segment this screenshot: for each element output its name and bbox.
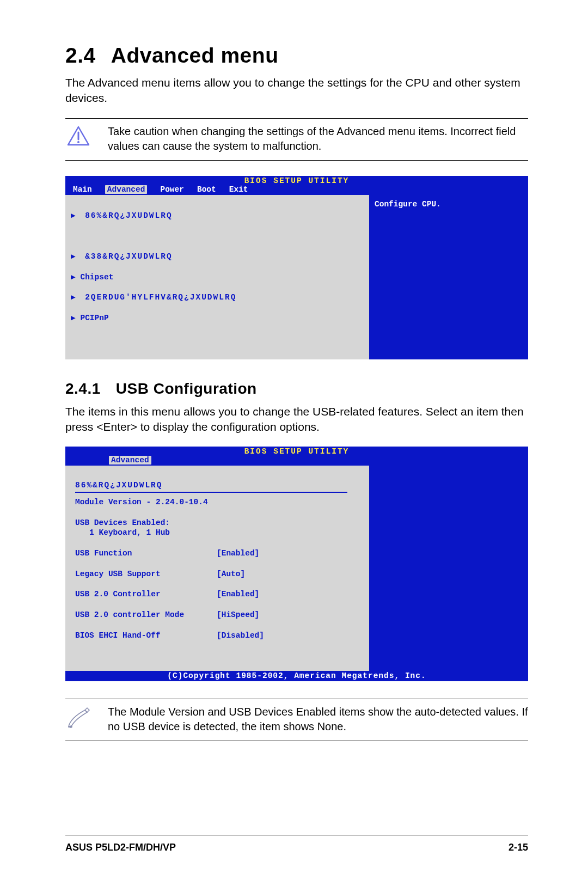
tab-advanced[interactable]: Advanced — [109, 456, 151, 465]
caution-icon — [65, 124, 91, 147]
info-line: USB Devices Enabled: — [75, 518, 170, 527]
setting-value: [Enabled] — [217, 548, 259, 559]
setting-value: [Auto] — [217, 569, 245, 579]
setting-value: [HiSpeed] — [217, 610, 259, 620]
setting-label: BIOS EHCI Hand-Off — [75, 631, 217, 641]
menu-arrow-icon — [71, 293, 85, 302]
note-text: The Module Version and USB Devices Enabl… — [108, 705, 528, 734]
bios-advanced-menu: BIOS SETUP UTILITY Main Advanced Power B… — [65, 176, 528, 359]
setting-row[interactable]: Legacy USB Support[Auto] — [75, 569, 362, 579]
menu-item[interactable]: PCIPnP — [80, 314, 108, 322]
caution-text: Take caution when changing the settings … — [108, 124, 528, 154]
bios2-section-label: 86%&RQ¿JXUDWLRQ — [75, 480, 347, 493]
setting-label: USB 2.0 controller Mode — [75, 610, 217, 620]
bios2-content: 86%&RQ¿JXUDWLRQ Module Version - 2.24.0-… — [65, 466, 369, 671]
bios2-help-panel — [369, 466, 528, 671]
setting-label: USB 2.0 Controller — [75, 589, 217, 600]
tab-main[interactable]: Main — [73, 185, 92, 194]
bios-usb-configuration: BIOS SETUP UTILITY Advanced 86%&RQ¿JXUDW… — [65, 447, 528, 681]
info-line: Module Version - 2.24.0-10.4 — [75, 498, 208, 506]
bios1-title: BIOS SETUP UTILITY — [65, 176, 528, 185]
section-intro: The Advanced menu items allow you to cha… — [65, 75, 528, 106]
bios2-copyright: (C)Copyright 1985-2002, American Megatre… — [65, 671, 528, 681]
menu-arrow-icon — [71, 273, 80, 282]
tab-boot[interactable]: Boot — [197, 185, 216, 194]
tab-advanced[interactable]: Advanced — [105, 185, 148, 194]
section-number: 2.4 — [65, 44, 96, 68]
subsection-title: USB Configuration — [116, 380, 257, 397]
subsection-number: 2.4.1 — [65, 380, 101, 398]
menu-item[interactable]: 2QERDUG'HYLFHV&RQ¿JXUDWLRQ — [85, 293, 236, 302]
bios1-help-panel: Configure CPU. — [369, 195, 528, 359]
menu-item[interactable]: Chipset — [80, 273, 113, 282]
setting-row[interactable]: USB Function[Enabled] — [75, 548, 362, 559]
menu-arrow-icon — [71, 252, 85, 261]
setting-label: Legacy USB Support — [75, 569, 217, 579]
setting-row[interactable]: USB 2.0 Controller[Enabled] — [75, 589, 362, 600]
page-footer: ASUS P5LD2-FM/DH/VP 2-15 — [65, 835, 528, 853]
svg-point-1 — [77, 141, 79, 143]
tab-exit[interactable]: Exit — [229, 185, 248, 194]
info-line: 1 Keyboard, 1 Hub — [75, 528, 170, 537]
section-heading: 2.4Advanced menu — [65, 44, 528, 68]
bios2-tabs: Advanced — [65, 456, 528, 466]
caution-note: Take caution when changing the settings … — [65, 118, 528, 161]
menu-item[interactable]: &38&RQ¿JXUDWLRQ — [85, 252, 173, 261]
bios1-menu: 86%&RQ¿JXUDWLRQ &38&RQ¿JXUDWLRQ Chipset … — [65, 195, 369, 359]
setting-value: [Disabled] — [217, 631, 264, 641]
subsection-heading: 2.4.1USB Configuration — [65, 380, 528, 398]
setting-row[interactable]: USB 2.0 controller Mode[HiSpeed] — [75, 610, 362, 620]
menu-arrow-icon — [71, 211, 85, 220]
bios1-help-text: Configure CPU. — [375, 200, 441, 209]
info-note: The Module Version and USB Devices Enabl… — [65, 699, 528, 741]
bios1-tabs: Main Advanced Power Boot Exit — [65, 185, 528, 195]
menu-arrow-icon — [71, 314, 80, 322]
footer-right: 2-15 — [509, 842, 528, 853]
setting-label: USB Function — [75, 548, 217, 559]
subsection-intro: The items in this menu allows you to cha… — [65, 404, 528, 435]
section-title: Advanced menu — [111, 44, 279, 67]
footer-left: ASUS P5LD2-FM/DH/VP — [65, 842, 176, 853]
pencil-icon — [65, 705, 91, 730]
menu-item[interactable]: 86%&RQ¿JXUDWLRQ — [85, 211, 173, 220]
tab-power[interactable]: Power — [160, 185, 184, 194]
bios2-title: BIOS SETUP UTILITY — [65, 447, 528, 456]
setting-value: [Enabled] — [217, 589, 259, 600]
setting-row[interactable]: BIOS EHCI Hand-Off[Disabled] — [75, 631, 362, 641]
